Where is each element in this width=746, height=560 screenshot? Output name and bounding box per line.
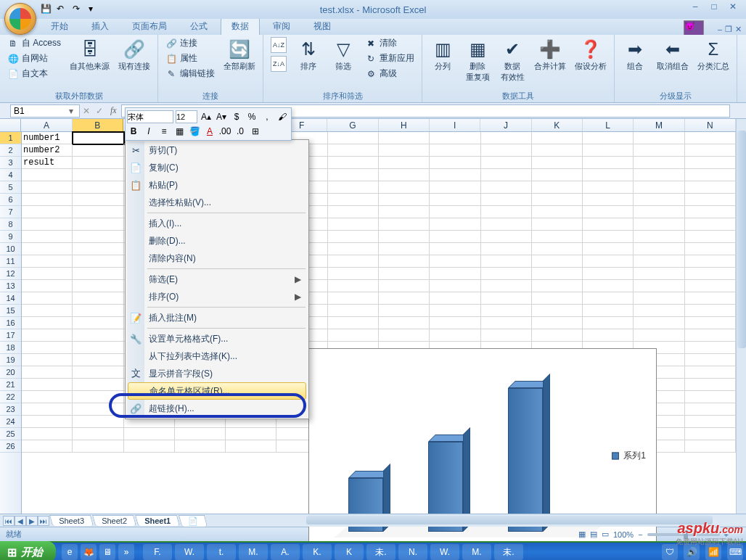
ribbon-btn[interactable]: ➕合并计算 bbox=[531, 36, 569, 73]
ribbon-btn[interactable]: 🗎自 Access bbox=[4, 36, 64, 50]
cell[interactable] bbox=[532, 194, 583, 206]
cell[interactable] bbox=[481, 157, 532, 169]
cell[interactable] bbox=[379, 194, 430, 206]
cell[interactable] bbox=[481, 268, 532, 280]
cell[interactable] bbox=[22, 366, 73, 379]
cell[interactable] bbox=[73, 194, 123, 206]
cell[interactable] bbox=[22, 169, 73, 181]
cell[interactable] bbox=[685, 255, 736, 268]
cell[interactable] bbox=[532, 218, 583, 231]
cell[interactable] bbox=[634, 144, 684, 157]
cell[interactable] bbox=[73, 292, 123, 305]
cell[interactable] bbox=[73, 255, 123, 268]
cell[interactable] bbox=[379, 292, 430, 305]
currency-icon[interactable]: $ bbox=[230, 110, 243, 123]
cell[interactable] bbox=[379, 329, 430, 342]
cell[interactable] bbox=[583, 132, 634, 144]
tab-开始[interactable]: 开始 bbox=[41, 18, 78, 35]
cell[interactable] bbox=[73, 354, 123, 366]
cell[interactable] bbox=[481, 317, 532, 329]
last-sheet-button[interactable]: ⏭ bbox=[38, 516, 49, 526]
cell[interactable] bbox=[634, 181, 684, 194]
cell[interactable] bbox=[481, 218, 532, 231]
shrink-font-icon[interactable]: A▾ bbox=[215, 110, 228, 123]
cell[interactable] bbox=[634, 268, 684, 280]
qat-dropdown-icon[interactable]: ▾ bbox=[89, 4, 100, 15]
ribbon-btn[interactable]: ▽筛选 bbox=[327, 36, 359, 73]
cell[interactable] bbox=[379, 218, 430, 231]
cell[interactable] bbox=[685, 379, 736, 391]
cell[interactable] bbox=[685, 342, 736, 354]
cell[interactable] bbox=[481, 132, 532, 144]
context-menu-item[interactable]: 🔧设置单元格格式(F)... bbox=[127, 330, 307, 347]
redo-icon[interactable]: ↷ bbox=[73, 4, 84, 15]
cell[interactable] bbox=[430, 280, 480, 292]
ribbon-btn[interactable]: ➡组合 bbox=[619, 36, 651, 73]
fx-icon[interactable]: fx bbox=[110, 105, 117, 116]
ribbon-btn[interactable]: 📄自文本 bbox=[4, 67, 64, 81]
view-layout-icon[interactable]: ▤ bbox=[590, 530, 597, 539]
cell[interactable] bbox=[328, 231, 379, 243]
cell[interactable] bbox=[583, 268, 634, 280]
cell[interactable] bbox=[328, 194, 379, 206]
first-sheet-button[interactable]: ⏮ bbox=[3, 516, 15, 526]
row-header[interactable]: 23 bbox=[0, 403, 21, 416]
bold-icon[interactable]: B bbox=[127, 125, 140, 138]
cell[interactable] bbox=[532, 181, 583, 194]
cell[interactable] bbox=[328, 305, 379, 317]
save-icon[interactable]: 💾 bbox=[41, 4, 52, 15]
row-header[interactable]: 14 bbox=[0, 292, 21, 305]
vertical-scrollbar[interactable] bbox=[736, 119, 746, 514]
cell[interactable] bbox=[328, 132, 379, 144]
cell[interactable] bbox=[685, 329, 736, 342]
decrease-decimal-icon[interactable]: .0 bbox=[234, 125, 247, 138]
cell[interactable] bbox=[583, 157, 634, 169]
cell[interactable] bbox=[481, 144, 532, 157]
close-button[interactable]: ✕ bbox=[724, 1, 742, 13]
sheet-tab[interactable]: Sheet3 bbox=[49, 515, 94, 526]
cell[interactable] bbox=[685, 206, 736, 218]
cell[interactable] bbox=[73, 218, 123, 231]
cell[interactable] bbox=[22, 416, 73, 428]
ribbon-btn[interactable]: 🔗连接 bbox=[163, 36, 218, 50]
cell[interactable] bbox=[583, 181, 634, 194]
context-menu-item[interactable]: 文显示拼音字段(S) bbox=[127, 365, 307, 382]
cell[interactable] bbox=[583, 169, 634, 181]
insert-sheet-button[interactable]: 📄 bbox=[179, 515, 208, 527]
cell[interactable] bbox=[685, 194, 736, 206]
comma-icon[interactable]: , bbox=[261, 110, 274, 123]
ql-ie-icon[interactable]: e bbox=[62, 544, 78, 560]
cell[interactable] bbox=[583, 305, 634, 317]
cell[interactable] bbox=[634, 243, 684, 255]
cell[interactable] bbox=[685, 317, 736, 329]
cell[interactable] bbox=[532, 280, 583, 292]
cell[interactable] bbox=[226, 428, 276, 440]
cell[interactable] bbox=[685, 305, 736, 317]
cell[interactable] bbox=[73, 132, 123, 144]
cell[interactable] bbox=[22, 428, 73, 440]
cell[interactable] bbox=[430, 329, 480, 342]
cell[interactable] bbox=[481, 329, 532, 342]
cell[interactable] bbox=[634, 317, 684, 329]
cell[interactable] bbox=[22, 268, 73, 280]
row-header[interactable]: 16 bbox=[0, 317, 21, 329]
cell[interactable] bbox=[22, 181, 73, 194]
cell[interactable] bbox=[73, 440, 123, 453]
cell[interactable] bbox=[379, 255, 430, 268]
cell[interactable] bbox=[685, 268, 736, 280]
cell[interactable] bbox=[532, 206, 583, 218]
italic-icon[interactable]: I bbox=[142, 125, 155, 138]
cell[interactable] bbox=[379, 157, 430, 169]
row-header[interactable]: 8 bbox=[0, 218, 21, 231]
cell[interactable] bbox=[73, 305, 123, 317]
taskbar-app[interactable]: W. bbox=[175, 544, 204, 560]
row-header[interactable]: 22 bbox=[0, 391, 21, 403]
cell[interactable] bbox=[328, 181, 379, 194]
tab-页面布局[interactable]: 页面布局 bbox=[122, 18, 177, 35]
cell[interactable] bbox=[22, 342, 73, 354]
cell[interactable] bbox=[73, 416, 123, 428]
undo-icon[interactable]: ↶ bbox=[57, 4, 68, 15]
cell[interactable] bbox=[685, 157, 736, 169]
cell[interactable] bbox=[73, 379, 123, 391]
cell[interactable] bbox=[685, 169, 736, 181]
